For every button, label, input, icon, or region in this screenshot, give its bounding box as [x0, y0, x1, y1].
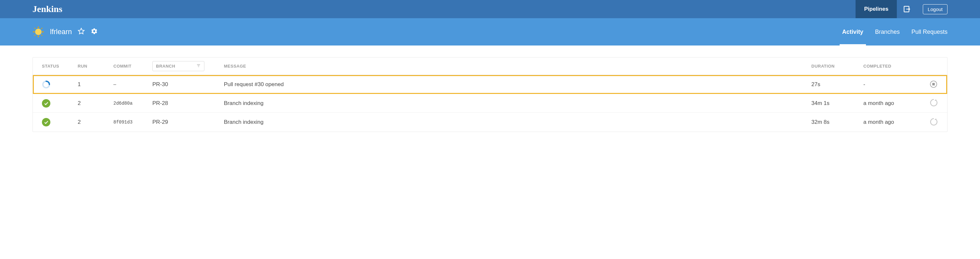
cell-completed: - — [863, 81, 925, 88]
cell-duration: 27s — [811, 81, 863, 88]
svg-marker-3 — [37, 36, 39, 38]
cell-run: 2 — [78, 100, 113, 106]
svg-marker-7 — [41, 28, 43, 29]
cell-run: 1 — [78, 81, 113, 88]
col-header-duration: Duration — [811, 64, 863, 68]
brand-logo[interactable]: Jenkins — [32, 4, 62, 14]
col-header-commit: Commit — [113, 64, 153, 68]
logout-button[interactable]: Logout — [923, 4, 948, 14]
cell-branch: PR-30 — [153, 81, 224, 88]
svg-marker-8 — [34, 35, 36, 36]
pipeline-title-area: lfrlearn — [32, 26, 98, 38]
cell-completed: a month ago — [863, 100, 925, 106]
weather-sunny-icon — [32, 26, 44, 38]
cell-message: Pull request #30 opened — [224, 81, 811, 88]
pipeline-tabs: Activity Branches Pull Requests — [842, 18, 948, 46]
activity-table: Status Run Commit Branch Message Duratio… — [32, 57, 948, 132]
stop-button[interactable] — [929, 79, 938, 89]
cell-status — [42, 99, 78, 108]
table-row[interactable]: 28f091d3PR-29Branch indexing32m 8sa mont… — [33, 113, 947, 132]
cell-action — [925, 79, 938, 90]
svg-marker-5 — [42, 31, 44, 33]
cell-action — [925, 98, 938, 108]
content-area: Status Run Commit Branch Message Duratio… — [0, 46, 980, 144]
cell-status — [42, 80, 78, 89]
col-header-status: Status — [42, 64, 78, 68]
svg-marker-2 — [37, 26, 39, 28]
col-header-run: Run — [78, 64, 113, 68]
cell-completed: a month ago — [863, 119, 925, 126]
branch-filter-dropdown[interactable]: Branch — [153, 61, 204, 71]
table-header-row: Status Run Commit Branch Message Duratio… — [33, 57, 947, 75]
rerun-button[interactable] — [929, 117, 938, 126]
col-header-branch[interactable]: Branch — [153, 61, 224, 71]
tab-branches[interactable]: Branches — [875, 18, 900, 46]
cell-branch: PR-28 — [153, 100, 224, 106]
svg-marker-6 — [34, 28, 36, 29]
tab-pull-requests[interactable]: Pull Requests — [912, 18, 948, 46]
top-right-nav: Pipelines Logout — [856, 0, 948, 18]
nav-pipelines[interactable]: Pipelines — [856, 0, 897, 18]
svg-point-1 — [35, 29, 41, 35]
favorite-star-icon[interactable] — [78, 28, 85, 36]
tab-activity[interactable]: Activity — [842, 18, 863, 46]
cell-commit: 8f091d3 — [113, 119, 153, 125]
cell-duration: 34m 1s — [811, 100, 863, 106]
table-row[interactable]: 22d6d80aPR-28Branch indexing34m 1sa mont… — [33, 94, 947, 113]
cell-message: Branch indexing — [224, 119, 811, 126]
pipeline-name[interactable]: lfrlearn — [50, 28, 72, 36]
cell-message: Branch indexing — [224, 100, 811, 106]
table-body: 1—PR-30Pull request #30 opened27s-22d6d8… — [33, 75, 947, 132]
cell-action — [925, 117, 938, 127]
cell-branch: PR-29 — [153, 119, 224, 126]
svg-marker-9 — [41, 35, 43, 36]
cell-status — [42, 118, 78, 126]
exit-icon[interactable] — [903, 5, 911, 13]
svg-rect-16 — [932, 83, 934, 85]
col-header-completed: Completed — [863, 64, 925, 68]
rerun-button[interactable] — [929, 98, 938, 107]
status-success-icon — [42, 99, 50, 108]
settings-gear-icon[interactable] — [91, 28, 98, 36]
col-header-message: Message — [224, 64, 811, 68]
status-running-icon — [42, 80, 50, 89]
top-header: Jenkins Pipelines Logout — [0, 0, 980, 18]
svg-marker-4 — [32, 31, 35, 33]
branch-filter-label: Branch — [156, 64, 175, 68]
filter-icon — [196, 64, 201, 69]
cell-duration: 32m 8s — [811, 119, 863, 126]
cell-run: 2 — [78, 119, 113, 126]
status-success-icon — [42, 118, 50, 126]
table-row[interactable]: 1—PR-30Pull request #30 opened27s- — [33, 75, 947, 94]
cell-commit: 2d6d80a — [113, 101, 153, 106]
cell-commit: — — [113, 82, 153, 87]
sub-header: lfrlearn Activity Branches Pull Requests — [0, 18, 980, 46]
svg-marker-10 — [78, 28, 84, 34]
